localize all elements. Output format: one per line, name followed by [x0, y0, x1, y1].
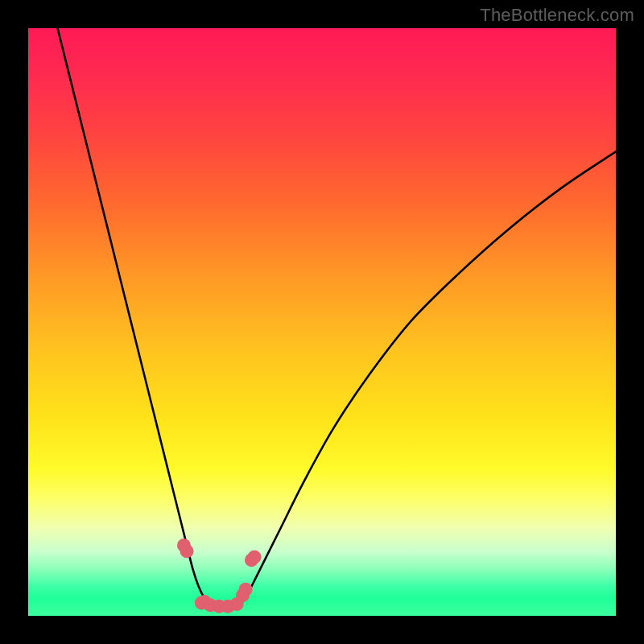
- markers-layer: [177, 539, 262, 613]
- bottleneck-curve: [58, 28, 617, 608]
- chart-frame: TheBottleneck.com: [0, 0, 644, 644]
- watermark-text: TheBottleneck.com: [480, 5, 634, 26]
- curves-layer: [58, 28, 617, 608]
- plot-svg: [28, 28, 616, 616]
- highlight-point: [180, 544, 194, 558]
- highlight-point: [239, 583, 253, 597]
- plot-area: [28, 28, 616, 616]
- highlight-point: [248, 551, 262, 564]
